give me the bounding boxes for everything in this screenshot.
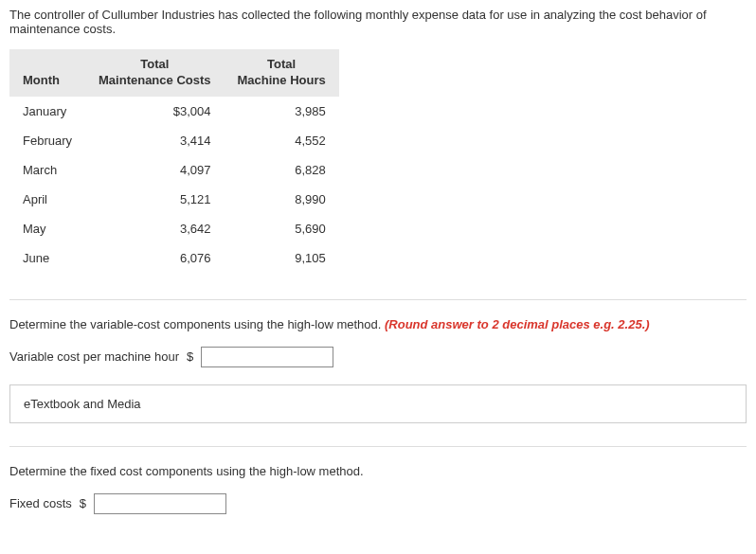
- fixed-cost-label: Fixed costs: [9, 496, 72, 510]
- divider: [9, 299, 747, 300]
- fixed-cost-input[interactable]: [94, 493, 226, 514]
- cell-cost: 3,414: [85, 126, 224, 155]
- table-row: June 6,076 9,105: [9, 243, 339, 273]
- currency-symbol: $: [187, 349, 193, 364]
- table-row: January $3,004 3,985: [9, 97, 339, 126]
- col-header-hours: Total Machine Hours: [225, 49, 339, 97]
- cell-cost: 4,097: [85, 155, 224, 185]
- variable-cost-row: Variable cost per machine hour $: [9, 347, 747, 367]
- cell-month: March: [9, 155, 85, 185]
- cell-cost: 6,076: [85, 243, 224, 273]
- fixed-cost-row: Fixed costs $: [9, 493, 747, 514]
- col-header-month: Month: [9, 49, 85, 97]
- cell-cost: $3,004: [85, 97, 224, 126]
- cell-hours: 3,985: [225, 97, 339, 126]
- table-row: May 3,642 5,690: [9, 214, 339, 243]
- question2-prompt: Determine the fixed cost components usin…: [9, 464, 747, 478]
- cell-month: February: [9, 126, 85, 155]
- cell-month: May: [9, 214, 85, 243]
- currency-symbol: $: [80, 496, 86, 510]
- variable-cost-label: Variable cost per machine hour: [9, 349, 179, 364]
- intro-text: The controller of Cullumber Industries h…: [9, 8, 747, 36]
- cell-hours: 5,690: [225, 214, 339, 243]
- table-row: April 5,121 8,990: [9, 185, 339, 214]
- etextbook-bar[interactable]: eTextbook and Media: [9, 384, 747, 423]
- cell-cost: 5,121: [85, 185, 224, 214]
- col-header-cost: Total Maintenance Costs: [85, 49, 224, 97]
- cell-hours: 4,552: [225, 126, 339, 155]
- question1-prompt: Determine the variable-cost components u…: [9, 317, 747, 331]
- cell-hours: 8,990: [225, 185, 339, 214]
- cell-cost: 3,642: [85, 214, 224, 243]
- table-row: February 3,414 4,552: [9, 126, 339, 155]
- cell-hours: 9,105: [225, 243, 339, 273]
- expense-table: Month Total Maintenance Costs Total Mach…: [9, 49, 339, 273]
- table-row: March 4,097 6,828: [9, 155, 339, 185]
- cell-month: April: [9, 185, 85, 214]
- variable-cost-input[interactable]: [201, 347, 333, 367]
- cell-month: January: [9, 97, 85, 126]
- etextbook-link[interactable]: eTextbook and Media: [24, 397, 141, 411]
- divider: [9, 446, 747, 447]
- cell-month: June: [9, 243, 85, 273]
- cell-hours: 6,828: [225, 155, 339, 185]
- question1-text: Determine the variable-cost components u…: [9, 317, 385, 331]
- question1-hint: (Round answer to 2 decimal places e.g. 2…: [385, 317, 650, 331]
